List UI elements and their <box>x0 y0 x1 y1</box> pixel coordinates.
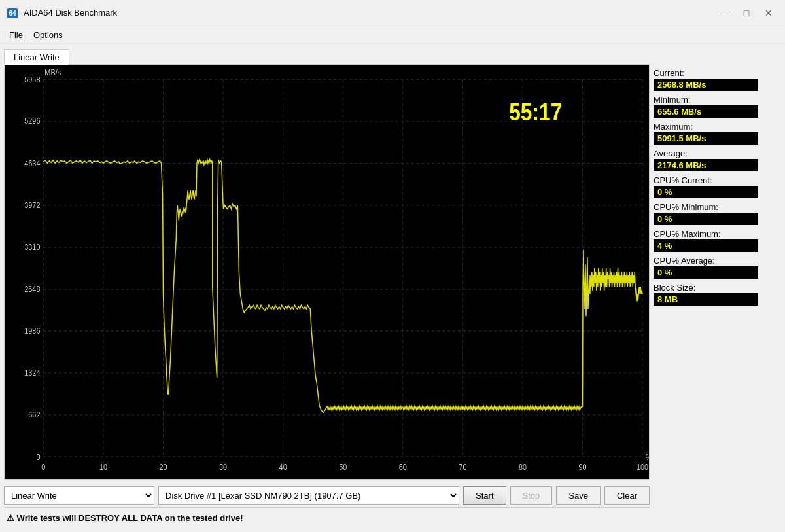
svg-text:100: 100 <box>637 463 649 472</box>
average-label: Average: <box>654 149 781 158</box>
mode-dropdown[interactable]: Linear Write Linear Read Random Write Ra… <box>4 486 154 505</box>
chart-container: 5958 5296 4634 3972 3310 2648 1986 1324 … <box>4 64 650 480</box>
svg-text:20: 20 <box>159 463 167 472</box>
app-icon: 64 <box>7 7 18 19</box>
cpu-minimum-label: CPU% Minimum: <box>654 202 781 212</box>
window-title: AIDA64 Disk Benchmark <box>24 8 714 18</box>
menu-bar: File Options <box>0 26 785 44</box>
stat-maximum: Maximum: 5091.5 MB/s <box>654 122 781 145</box>
cpu-maximum-value: 4 % <box>654 239 758 252</box>
warning-text: ⚠ Write tests will DESTROY ALL DATA on t… <box>7 513 243 523</box>
cpu-maximum-label: CPU% Maximum: <box>654 229 781 239</box>
cpu-average-label: CPU% Average: <box>654 256 781 266</box>
svg-text:1324: 1324 <box>24 368 41 377</box>
clear-button[interactable]: Clear <box>604 486 650 505</box>
cpu-average-value: 0 % <box>654 266 758 279</box>
svg-text:55:17: 55:17 <box>509 99 562 125</box>
stat-current: Current: 2568.8 MB/s <box>654 68 781 91</box>
svg-text:50: 50 <box>339 463 347 472</box>
svg-text:%: % <box>646 452 649 461</box>
save-button[interactable]: Save <box>556 486 601 505</box>
main-container: Linear Write <box>0 44 785 532</box>
svg-text:70: 70 <box>459 463 467 472</box>
svg-text:64: 64 <box>9 10 16 17</box>
svg-text:MB/s: MB/s <box>44 67 61 77</box>
drive-dropdown[interactable]: Disk Drive #1 [Lexar SSD NM790 2TB] (190… <box>158 486 459 505</box>
svg-text:4634: 4634 <box>24 158 41 168</box>
tab-linear-write[interactable]: Linear Write <box>4 49 69 65</box>
left-panel: Linear Write <box>4 48 650 528</box>
controls-row: Linear Write Linear Read Random Write Ra… <box>4 484 650 507</box>
tab-bar: Linear Write <box>4 48 650 64</box>
average-value: 2174.6 MB/s <box>654 159 758 171</box>
stat-average: Average: 2174.6 MB/s <box>654 149 781 171</box>
svg-text:80: 80 <box>519 463 527 472</box>
svg-text:10: 10 <box>99 463 108 472</box>
svg-text:0: 0 <box>41 463 46 472</box>
right-panel: Current: 2568.8 MB/s Minimum: 655.6 MB/s… <box>654 48 781 528</box>
svg-text:40: 40 <box>279 463 288 472</box>
title-bar: 64 AIDA64 Disk Benchmark — □ ✕ <box>0 0 785 26</box>
minimize-button[interactable]: — <box>714 5 734 21</box>
svg-text:5958: 5958 <box>24 75 40 84</box>
current-label: Current: <box>654 68 781 78</box>
stat-minimum: Minimum: 655.6 MB/s <box>654 95 781 118</box>
cpu-current-label: CPU% Current: <box>654 175 781 185</box>
warning-bar: ⚠ Write tests will DESTROY ALL DATA on t… <box>4 507 650 528</box>
minimum-value: 655.6 MB/s <box>654 105 758 118</box>
svg-text:1986: 1986 <box>24 327 40 336</box>
svg-rect-2 <box>5 65 649 479</box>
current-value: 2568.8 MB/s <box>654 79 758 91</box>
stat-cpu-minimum: CPU% Minimum: 0 % <box>654 202 781 225</box>
cpu-current-value: 0 % <box>654 186 758 198</box>
svg-text:90: 90 <box>578 463 587 472</box>
svg-text:3310: 3310 <box>24 242 41 251</box>
menu-options[interactable]: Options <box>28 28 68 42</box>
close-button[interactable]: ✕ <box>759 5 778 21</box>
svg-text:60: 60 <box>399 463 408 472</box>
stat-block-size: Block Size: 8 MB <box>654 283 781 306</box>
svg-text:662: 662 <box>28 410 40 419</box>
svg-text:3972: 3972 <box>24 201 40 210</box>
block-size-label: Block Size: <box>654 283 781 293</box>
start-button[interactable]: Start <box>463 486 506 505</box>
svg-text:30: 30 <box>219 463 228 472</box>
block-size-value: 8 MB <box>654 293 758 306</box>
maximize-button[interactable]: □ <box>737 5 756 21</box>
svg-text:0: 0 <box>36 452 41 461</box>
minimum-label: Minimum: <box>654 95 781 105</box>
stat-cpu-maximum: CPU% Maximum: 4 % <box>654 229 781 252</box>
stop-button[interactable]: Stop <box>510 486 553 505</box>
cpu-minimum-value: 0 % <box>654 213 758 225</box>
svg-text:2648: 2648 <box>24 284 40 293</box>
maximum-value: 5091.5 MB/s <box>654 132 758 145</box>
stat-cpu-current: CPU% Current: 0 % <box>654 175 781 198</box>
benchmark-chart: 5958 5296 4634 3972 3310 2648 1986 1324 … <box>5 65 649 479</box>
svg-text:5296: 5296 <box>24 116 40 126</box>
maximum-label: Maximum: <box>654 122 781 132</box>
window-controls: — □ ✕ <box>714 5 778 21</box>
menu-file[interactable]: File <box>4 28 28 42</box>
stat-cpu-average: CPU% Average: 0 % <box>654 256 781 279</box>
